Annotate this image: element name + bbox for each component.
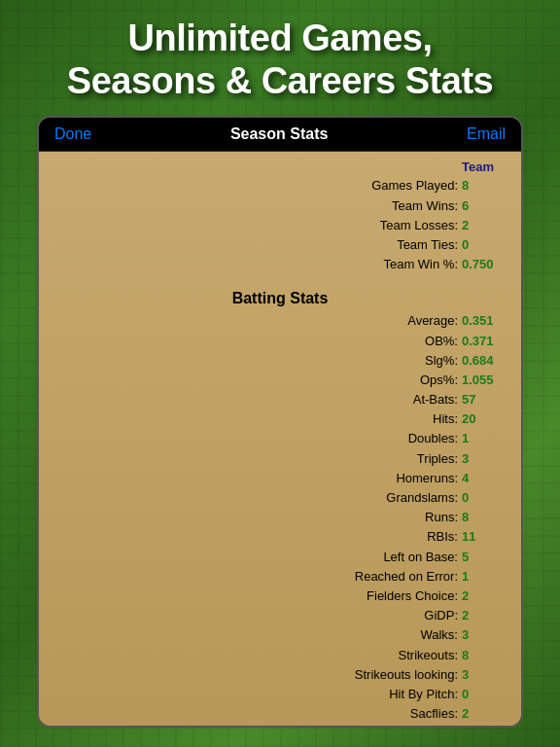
stat-label: Fielders Choice: xyxy=(367,587,458,605)
stat-val1: 0 xyxy=(458,686,511,703)
email-button[interactable]: Email xyxy=(467,125,506,143)
stat-val1: 0 xyxy=(458,489,511,507)
stat-label: Games Played: xyxy=(371,177,458,195)
stat-val1: 11 xyxy=(458,528,511,546)
table-row: Ops%: 1.055 xyxy=(49,371,511,390)
stat-label: Hit By Pitch: xyxy=(389,686,458,703)
stat-val1: 0.684 xyxy=(458,352,511,370)
app-header: Unlimited Games, Seasons & Careers Stats xyxy=(0,0,560,116)
stat-label: At-Bats: xyxy=(413,391,458,409)
table-row: Homeruns: 4 xyxy=(49,469,511,488)
phone-frame: Done Season Stats Email Team Games Playe… xyxy=(37,116,523,728)
stat-label: Team Win %: xyxy=(383,256,458,273)
table-row: Team Win %: 0.750 xyxy=(49,255,511,274)
table-row: Team Wins: 6 xyxy=(49,196,511,216)
stats-content[interactable]: Team Games Played: 8 Team Wins: 6 Team L… xyxy=(39,152,521,726)
table-row: Left on Base: 5 xyxy=(49,548,511,567)
stat-val1: 3 xyxy=(458,666,511,684)
stat-val1: 2 xyxy=(458,217,511,234)
stat-val1: 0.371 xyxy=(458,333,511,350)
stat-val1: 8 xyxy=(458,177,511,195)
stat-val1: 4 xyxy=(458,470,511,487)
stat-label: Walks: xyxy=(420,626,458,644)
table-row: Reached on Error: 1 xyxy=(49,567,511,587)
table-row: Strikeouts looking: 3 xyxy=(49,665,511,685)
stat-label: Grandslams: xyxy=(386,489,458,507)
stat-label: Strikeouts looking: xyxy=(355,666,458,684)
header-line1: Unlimited Games, xyxy=(128,18,433,58)
stat-label: GiDP: xyxy=(424,607,458,624)
table-row: At-Bats: 57 xyxy=(49,390,511,409)
team-label-row: Team xyxy=(49,158,511,176)
table-row: Hits: 20 xyxy=(49,409,511,429)
table-row: Team Ties: 0 xyxy=(49,235,511,255)
table-row: Doubles: 1 xyxy=(49,429,511,448)
stat-label: Doubles: xyxy=(408,430,458,447)
stat-val1: 1 xyxy=(458,430,511,447)
stat-label: Sacflies: xyxy=(410,705,458,723)
table-row: RBIs: 11 xyxy=(49,527,511,547)
stat-val1: 6 xyxy=(458,197,511,215)
stat-val1: 5 xyxy=(458,549,511,566)
stat-label: Triples: xyxy=(417,450,458,468)
stat-val1: 1 xyxy=(458,568,511,586)
stat-label: Slg%: xyxy=(425,352,458,370)
stat-val1: 1.055 xyxy=(458,372,511,389)
stat-label: Hits: xyxy=(433,410,458,428)
table-row: Slg%: 0.684 xyxy=(49,351,511,371)
table-row: Strikeouts: 8 xyxy=(49,646,511,665)
stat-val1: 0.351 xyxy=(458,312,511,330)
team-col-label: Team xyxy=(458,160,511,174)
batting-stats-section: Batting Stats Average: 0.351 OB%: 0.371 … xyxy=(49,280,511,726)
header-line2: Seasons & Careers Stats xyxy=(67,60,493,101)
table-row: Team Losses: 2 xyxy=(49,216,511,235)
table-row: Average: 0.351 xyxy=(49,311,511,331)
stat-val1: 20 xyxy=(458,410,511,428)
stat-label: RBIs: xyxy=(427,528,458,546)
stat-val1: 0 xyxy=(458,236,511,254)
stat-val1: 3 xyxy=(458,626,511,644)
team-stats-section: Games Played: 8 Team Wins: 6 Team Losses… xyxy=(49,176,511,274)
table-row: Runs: 8 xyxy=(49,508,511,527)
table-row: Fielders Choice: 2 xyxy=(49,587,511,606)
stat-label: Team Ties: xyxy=(397,236,458,254)
table-row: Hit By Pitch: 0 xyxy=(49,685,511,704)
stat-val1: 0.750 xyxy=(458,256,511,273)
table-row: Games Played: 8 xyxy=(49,176,511,196)
table-row: Walks: 3 xyxy=(49,625,511,645)
table-row: Triples: 3 xyxy=(49,449,511,469)
stat-label: Team Losses: xyxy=(380,217,458,234)
stat-label: Left on Base: xyxy=(383,549,458,566)
stat-label: Runs: xyxy=(425,509,458,526)
stat-val1: 2 xyxy=(458,587,511,605)
stat-label: Homeruns: xyxy=(396,470,458,487)
top-bar: Done Season Stats Email xyxy=(39,118,521,152)
batting-header: Batting Stats xyxy=(49,280,511,311)
table-row: OB%: 0.371 xyxy=(49,332,511,351)
stat-val1: 3 xyxy=(458,450,511,468)
stat-label: Average: xyxy=(407,312,458,330)
stat-val1: 8 xyxy=(458,509,511,526)
stat-val1: 57 xyxy=(458,391,511,409)
table-row: Sachits: 1 xyxy=(49,724,511,726)
table-row: GiDP: 2 xyxy=(49,606,511,625)
screen-title: Season Stats xyxy=(230,125,328,143)
done-button[interactable]: Done xyxy=(54,125,91,143)
table-row: Sacflies: 2 xyxy=(49,704,511,724)
stat-val1: 2 xyxy=(458,705,511,723)
stat-label: Strikeouts: xyxy=(399,647,458,664)
stat-label: Ops%: xyxy=(420,372,458,389)
stat-label: OB%: xyxy=(425,333,458,350)
table-row: Grandslams: 0 xyxy=(49,488,511,508)
stat-label: Team Wins: xyxy=(392,197,458,215)
stat-val1: 2 xyxy=(458,607,511,624)
stat-val1: 8 xyxy=(458,647,511,664)
main-background: Unlimited Games, Seasons & Careers Stats… xyxy=(0,0,560,747)
stat-label: Reached on Error: xyxy=(355,568,458,586)
stat-val1: 1 xyxy=(458,725,511,726)
stat-label: Sachits: xyxy=(413,725,458,726)
